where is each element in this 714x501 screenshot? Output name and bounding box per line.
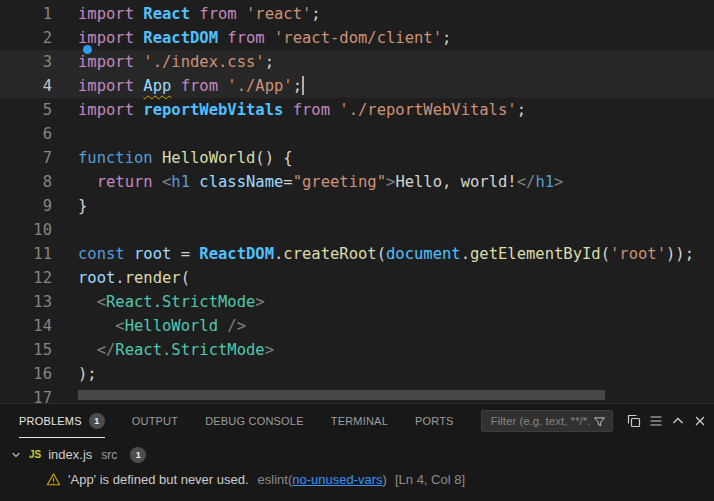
javascript-file-icon: JS [29, 449, 41, 460]
code-line[interactable]: 11const root = ReactDOM.createRoot(docum… [0, 242, 714, 266]
filter-input[interactable] [489, 414, 592, 428]
tab-ports[interactable]: PORTS [415, 404, 454, 438]
code-text: <React.StrictMode> [52, 290, 265, 314]
maximize-panel-icon[interactable] [667, 410, 689, 432]
code-line[interactable]: 5import reportWebVitals from './reportWe… [0, 98, 714, 122]
line-number: 5 [0, 98, 52, 122]
code-editor[interactable]: 1import React from 'react';2import React… [0, 0, 714, 403]
code-token: function [78, 149, 162, 167]
problem-source-suffix: ) [383, 472, 387, 487]
warning-icon [46, 472, 61, 487]
line-number: 2 [0, 26, 52, 50]
code-token: ( [377, 245, 386, 263]
code-token: ( [601, 245, 610, 263]
code-line[interactable]: 3import './index.css'; [0, 50, 714, 74]
code-token: from [227, 29, 274, 47]
code-token: React.StrictMode [106, 293, 255, 311]
line-number: 14 [0, 314, 52, 338]
tab-terminal[interactable]: TERMINAL [331, 404, 388, 438]
code-token: ReactDOM [143, 29, 227, 47]
close-panel-icon[interactable] [689, 410, 711, 432]
code-line[interactable]: 2import ReactDOM from 'react-dom/client'… [0, 26, 714, 50]
code-text: <HelloWorld /> [52, 314, 246, 338]
line-number: 13 [0, 290, 52, 314]
code-token: from [199, 5, 246, 23]
code-token [190, 173, 199, 191]
tab-terminal-label: TERMINAL [331, 415, 388, 427]
line-number: 9 [0, 194, 52, 218]
line-number: 7 [0, 146, 52, 170]
code-text: const root = ReactDOM.createRoot(documen… [52, 242, 694, 266]
code-token: ReactDOM [199, 245, 274, 263]
code-line[interactable]: 12root.render( [0, 266, 714, 290]
code-token: App [143, 77, 171, 95]
code-token: > [255, 293, 264, 311]
code-token [78, 317, 115, 335]
code-text: return <h1 className="greeting">Hello, w… [52, 170, 563, 194]
text-cursor [302, 76, 304, 95]
code-token: React.StrictMode [115, 341, 264, 359]
tab-debug-console[interactable]: DEBUG CONSOLE [205, 404, 304, 438]
chevron-down-icon[interactable] [8, 447, 24, 463]
bottom-panel: PROBLEMS 1 OUTPUT DEBUG CONSOLE TERMINAL… [0, 403, 714, 501]
horizontal-scrollbar[interactable] [78, 390, 605, 400]
problem-source-prefix: eslint( [258, 472, 293, 487]
line-number: 10 [0, 218, 52, 242]
problem-file-path: src [101, 448, 117, 462]
code-line[interactable]: 10 [0, 218, 714, 242]
code-line[interactable]: 8 return <h1 className="greeting">Hello,… [0, 170, 714, 194]
file-problem-count-badge: 1 [130, 447, 146, 463]
problems-file-row[interactable]: JS index.js src 1 [0, 442, 714, 467]
line-number: 15 [0, 338, 52, 362]
problem-message: 'App' is defined but never used. [68, 472, 249, 487]
line-number: 8 [0, 170, 52, 194]
code-line[interactable]: 15 </React.StrictMode> [0, 338, 714, 362]
problems-filter-box[interactable] [481, 410, 613, 432]
code-token: import [78, 101, 143, 119]
code-token [78, 173, 97, 191]
code-token: > [386, 173, 395, 191]
code-line[interactable]: 7function HelloWorld() { [0, 146, 714, 170]
view-as-table-icon[interactable] [623, 410, 645, 432]
problem-file-name: index.js [48, 447, 92, 462]
code-token: ; [265, 53, 274, 71]
code-text [52, 122, 78, 146]
problem-rule-link[interactable]: no-unused-vars [292, 472, 382, 487]
tab-debug-console-label: DEBUG CONSOLE [205, 415, 304, 427]
code-token: )); [666, 245, 694, 263]
code-line[interactable]: 6 [0, 122, 714, 146]
code-token: './reportWebVitals' [339, 101, 516, 119]
line-number: 6 [0, 122, 52, 146]
code-token: HelloWorld [125, 317, 218, 335]
filter-icon[interactable] [592, 413, 608, 429]
code-line[interactable]: 16); [0, 362, 714, 386]
line-number: 1 [0, 2, 52, 26]
code-line[interactable]: 14 <HelloWorld /> [0, 314, 714, 338]
code-line[interactable]: 1import React from 'react'; [0, 2, 714, 26]
code-token: } [78, 197, 87, 215]
tab-output[interactable]: OUTPUT [132, 404, 178, 438]
tab-output-label: OUTPUT [132, 415, 178, 427]
code-lines: 1import React from 'react';2import React… [0, 2, 714, 403]
code-token [78, 341, 97, 359]
code-token: getElementById [470, 245, 601, 263]
code-token: </ [517, 173, 536, 191]
code-token: () { [255, 149, 292, 167]
problem-item-row[interactable]: 'App' is defined but never used. eslint(… [0, 467, 714, 492]
code-token: < [115, 317, 124, 335]
collapse-all-icon[interactable] [645, 410, 667, 432]
code-token: ; [517, 101, 526, 119]
tab-ports-label: PORTS [415, 415, 454, 427]
code-line[interactable]: 13 <React.StrictMode> [0, 290, 714, 314]
tab-problems[interactable]: PROBLEMS 1 [19, 404, 105, 438]
panel-actions [623, 410, 711, 432]
code-token: Hello, world! [395, 173, 516, 191]
code-line[interactable]: 9} [0, 194, 714, 218]
code-token: = [181, 245, 200, 263]
code-line[interactable]: 4import App from './App'; [0, 74, 714, 98]
code-token: = [283, 173, 292, 191]
line-number: 4 [0, 74, 52, 98]
code-text: </React.StrictMode> [52, 338, 274, 362]
code-token: const [78, 245, 134, 263]
code-token: './index.css' [143, 53, 264, 71]
